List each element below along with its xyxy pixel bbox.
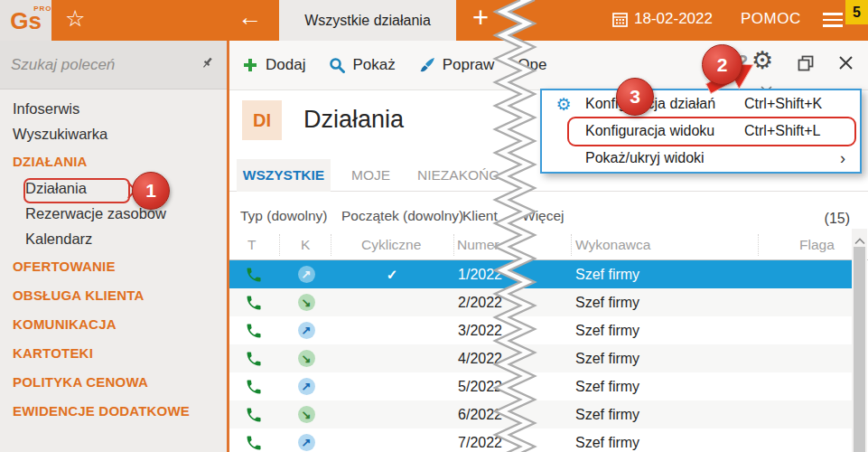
row-number: 7/2022 xyxy=(392,428,502,452)
phone-icon xyxy=(242,344,266,372)
favorite-star-icon[interactable]: ☆ xyxy=(65,5,85,32)
annotation-step-3: 3 xyxy=(616,78,654,116)
operations-button[interactable]: Ope xyxy=(518,56,546,74)
help-menu[interactable]: POMOC xyxy=(741,10,801,28)
search-placeholder: Szukaj poleceń xyxy=(0,56,201,74)
logo-pro-badge: PRO xyxy=(33,5,51,13)
module-badge: DI xyxy=(242,100,282,140)
phone-icon xyxy=(242,428,266,452)
annotation-outline-dzialania xyxy=(23,178,130,203)
module-toolbar: Dodaj Pokaż Popraw Ope ⚙ xyxy=(229,41,868,90)
window-tab[interactable]: Wszystkie działania xyxy=(279,0,456,41)
sidebar-item-rezerwacje[interactable]: Rezerwacje zasobów xyxy=(0,201,227,226)
page-title: Działania xyxy=(303,106,404,134)
row-executor: Szef firmy xyxy=(575,316,639,344)
search-icon xyxy=(329,57,345,73)
gear-icon: ⚙ xyxy=(542,94,585,115)
outgoing-call-icon: ↗ xyxy=(298,322,315,339)
restore-window-icon[interactable] xyxy=(797,54,815,76)
hamburger-menu-icon[interactable] xyxy=(823,13,843,31)
col-numer[interactable]: Numer xyxy=(457,237,499,253)
table-row[interactable]: ↗ 7/2022 Szef firmy xyxy=(229,428,852,452)
table-row[interactable]: ↗ 3/2022 Szef firmy xyxy=(229,316,852,344)
phone-icon xyxy=(242,400,266,428)
col-k[interactable]: K xyxy=(301,237,310,253)
sidebar-item-infoserwis[interactable]: Infoserwis xyxy=(0,96,227,121)
calendar-icon xyxy=(612,12,628,31)
table-row[interactable]: ↗ ✓ 1/2022 Szef firmy xyxy=(229,260,852,288)
row-executor: Szef firmy xyxy=(575,372,639,400)
sidebar-category-obsluga-klienta[interactable]: OBSŁUGA KLIENTA xyxy=(0,282,227,309)
row-number: 6/2022 xyxy=(392,400,502,428)
row-executor: Szef firmy xyxy=(575,400,639,428)
row-number: 4/2022 xyxy=(392,344,502,372)
current-date[interactable]: 18-02-2022 xyxy=(634,10,713,28)
sidebar-category-kartoteki[interactable]: KARTOTEKI xyxy=(0,340,227,367)
edit-button[interactable]: Popraw xyxy=(419,56,495,74)
app-window: GsPRO ☆ ← Wszystkie działania + 18-02-20… xyxy=(0,0,868,452)
menu-item-konfiguracja-dzialan[interactable]: ⚙ Konfiguracja działań Ctrl+Shift+K xyxy=(542,90,860,118)
row-number: 5/2022 xyxy=(392,372,502,400)
panel-splitter[interactable] xyxy=(227,41,229,452)
pin-icon[interactable] xyxy=(201,56,227,73)
command-search[interactable]: Szukaj poleceń xyxy=(0,41,227,89)
filter-typ[interactable]: Typ (dowolny) xyxy=(240,208,327,224)
outgoing-call-icon: ↗ xyxy=(298,434,315,451)
annotation-step-2: 2 xyxy=(702,44,742,85)
sidebar-category-dzialania[interactable]: DZIAŁANIA xyxy=(0,148,227,175)
sidebar-category-komunikacja[interactable]: KOMUNIKACJA xyxy=(0,311,227,338)
table-header: T K Cykliczne Numer Wykonawca Flaga xyxy=(229,229,868,260)
show-button[interactable]: Pokaż xyxy=(329,56,395,74)
sidebar: Szukaj poleceń Infoserwis Wyszukiwarka D… xyxy=(0,41,227,452)
submenu-arrow-icon: › xyxy=(744,149,851,168)
sidebar-category-ofertowanie[interactable]: OFERTOWANIE xyxy=(0,253,227,280)
row-executor: Szef firmy xyxy=(575,428,639,452)
notification-badge[interactable]: 5 xyxy=(845,0,868,24)
sidebar-category-polityka-cenowa[interactable]: POLITYKA CENOWA xyxy=(0,369,227,396)
row-number: 1/2022 xyxy=(392,260,502,288)
record-count: (15) xyxy=(825,211,850,227)
filter-klient[interactable]: Klient xyxy=(462,208,498,224)
annotation-step-1: 1 xyxy=(132,172,170,210)
incoming-call-icon: ↘ xyxy=(298,350,315,367)
tab-wszystkie[interactable]: WSZYSTKIE xyxy=(237,159,331,192)
logo-text: GsPRO xyxy=(10,9,42,33)
sidebar-item-wyszukiwarka[interactable]: Wyszukiwarka xyxy=(0,121,227,146)
outgoing-call-icon: ↗ xyxy=(298,378,315,395)
menu-item-pokaz-ukryj-widoki[interactable]: Pokaż/ukryj widoki › xyxy=(542,145,860,172)
sidebar-nav: Infoserwis Wyszukiwarka DZIAŁANIA Działa… xyxy=(0,90,227,425)
scrollbar-thumb[interactable] xyxy=(854,247,865,452)
back-arrow-icon[interactable]: ← xyxy=(238,4,262,32)
vertical-scrollbar[interactable] xyxy=(852,229,867,452)
table-row[interactable]: ↗ 5/2022 Szef firmy xyxy=(229,372,852,400)
app-logo: GsPRO xyxy=(0,0,51,41)
close-icon[interactable] xyxy=(838,55,854,74)
sidebar-category-ewidencje[interactable]: EWIDENCJE DODATKOWE xyxy=(0,398,227,425)
phone-icon xyxy=(242,260,266,288)
col-t[interactable]: T xyxy=(247,237,256,253)
annotation-outline-konfiguracja-widoku xyxy=(567,117,856,146)
phone-icon xyxy=(242,372,266,400)
tab-moje[interactable]: MOJE xyxy=(351,167,390,184)
table-row[interactable]: ↘ 2/2022 Szef firmy xyxy=(229,288,852,316)
col-cykliczne[interactable]: Cykliczne xyxy=(361,237,421,253)
filter-poczatek[interactable]: Początek (dowolny) xyxy=(341,208,463,224)
phone-icon xyxy=(242,316,266,344)
top-bar: GsPRO ☆ ← Wszystkie działania + 18-02-20… xyxy=(0,0,868,41)
row-executor: Szef firmy xyxy=(575,288,639,316)
incoming-call-icon: ↘ xyxy=(298,406,315,423)
new-tab-plus-icon[interactable]: + xyxy=(472,2,489,34)
plus-icon xyxy=(242,57,258,73)
incoming-call-icon: ↘ xyxy=(298,294,315,311)
tab-niezakonczone[interactable]: NIEZAKOŃC xyxy=(417,167,499,184)
table-row[interactable]: ↘ 6/2022 Szef firmy xyxy=(229,400,852,428)
col-flaga[interactable]: Flaga xyxy=(799,237,835,253)
table-row[interactable]: ↘ 4/2022 Szef firmy xyxy=(229,344,852,372)
sidebar-item-kalendarz[interactable]: Kalendarz xyxy=(0,226,227,251)
brush-icon xyxy=(419,57,435,73)
row-number: 2/2022 xyxy=(392,288,502,316)
col-wykonawca[interactable]: Wykonawca xyxy=(575,237,650,253)
filter-wiecej[interactable]: Więcej xyxy=(522,208,565,224)
add-button[interactable]: Dodaj xyxy=(242,56,305,74)
row-executor: Szef firmy xyxy=(575,344,639,372)
